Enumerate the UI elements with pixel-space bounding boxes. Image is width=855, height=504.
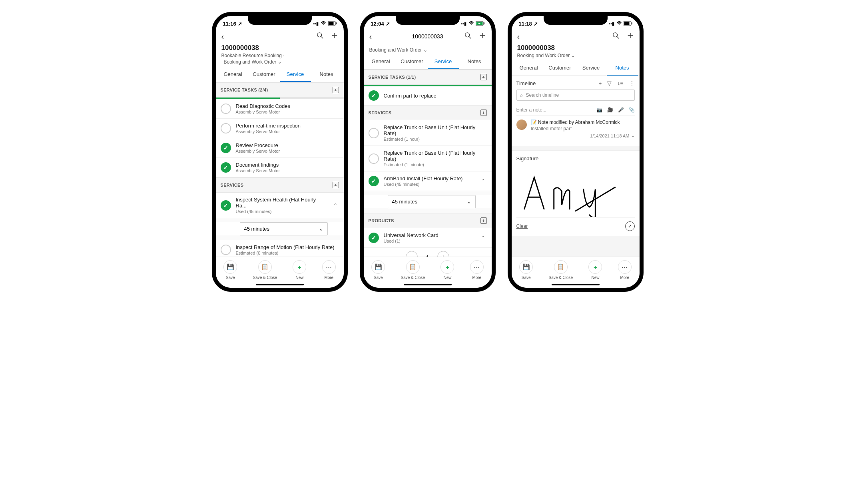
collapse-icon[interactable]: ⌃	[332, 201, 339, 210]
svg-line-4	[321, 37, 323, 39]
product-row[interactable]: Universal Network CardUsed (1) ⌃	[364, 228, 492, 248]
tab-notes[interactable]: Notes	[311, 67, 342, 82]
tab-customer[interactable]: Customer	[397, 54, 428, 69]
signature-clear-button[interactable]: Clear	[516, 223, 528, 229]
more-button[interactable]: ⋯More	[470, 260, 484, 280]
qty-increment[interactable]: +	[437, 251, 449, 257]
new-button[interactable]: +New	[588, 260, 602, 280]
add-task-button[interactable]: +	[480, 74, 487, 80]
task-check[interactable]	[221, 123, 231, 133]
service-check[interactable]	[369, 176, 379, 186]
content[interactable]: Timeline + ▽ ↓≡ ⋮ ⌕ Search timeline Ente…	[512, 76, 640, 257]
task-check[interactable]	[221, 104, 231, 114]
back-button[interactable]: ‹	[221, 32, 224, 41]
note-input[interactable]: Enter a note... 📷 🎥 🎤 📎	[516, 105, 635, 116]
save-close-button[interactable]: 📋Save & Close	[549, 260, 573, 280]
task-row[interactable]: Review ProcedureAssembly Servo Motor	[216, 138, 344, 158]
timeline-filter-icon[interactable]: ▽	[607, 80, 612, 86]
service-row[interactable]: Replace Trunk or Base Unit (Flat Hourly …	[364, 146, 492, 171]
task-row[interactable]: Document findingsAssembly Servo Motor	[216, 158, 344, 177]
save-button[interactable]: 💾Save	[223, 260, 237, 280]
breadcrumb-dropdown[interactable]: Booking and Work Order ⌄	[517, 53, 634, 58]
note-entry[interactable]: 📝 Note modified by Abraham McCormick Ins…	[516, 116, 635, 142]
service-sub: Used (45 minutes)	[236, 209, 327, 214]
service-row[interactable]: Replace Trunk or Base Unit (Flat Hourly …	[364, 120, 492, 146]
add-product-button[interactable]: +	[480, 217, 487, 224]
task-check[interactable]	[221, 143, 231, 153]
task-row[interactable]: Confirm part to replace	[364, 86, 492, 105]
save-button[interactable]: 💾Save	[371, 260, 385, 280]
back-button[interactable]: ‹	[517, 32, 520, 41]
task-check[interactable]	[221, 162, 231, 173]
tab-service[interactable]: Service	[280, 67, 311, 82]
battery-charging-icon	[476, 21, 484, 26]
service-row[interactable]: Inspect System Health (Flat Hourly Ra...…	[216, 193, 344, 218]
service-check[interactable]	[221, 245, 231, 255]
search-icon[interactable]	[317, 32, 324, 41]
product-check[interactable]	[369, 233, 379, 243]
service-row[interactable]: ArmBand Install (Flat Hourly Rate)Used (…	[364, 171, 492, 191]
more-button[interactable]: ⋯More	[618, 260, 632, 280]
timeline-add-icon[interactable]: +	[598, 80, 602, 86]
tab-service[interactable]: Service	[428, 54, 459, 69]
tab-notes[interactable]: Notes	[607, 61, 638, 76]
duration-select[interactable]: 45 minutes ⌄	[388, 195, 476, 208]
home-indicator[interactable]	[256, 284, 304, 285]
status-time: 12:04	[371, 21, 384, 27]
service-row[interactable]: Inspect Range of Motion (Flat Hourly Rat…	[216, 240, 344, 257]
breadcrumb-dropdown[interactable]: Booking and Work Order ⌄	[364, 45, 492, 54]
search-icon[interactable]	[464, 32, 472, 41]
tab-customer[interactable]: Customer	[249, 67, 280, 82]
qty-decrement[interactable]: −	[406, 251, 418, 257]
tab-general[interactable]: General	[513, 61, 544, 76]
timeline-sort-icon[interactable]: ↓≡	[617, 80, 623, 86]
tab-customer[interactable]: Customer	[544, 61, 576, 76]
home-indicator[interactable]	[552, 284, 600, 285]
home-indicator[interactable]	[404, 284, 452, 285]
status-time: 11:18	[519, 21, 532, 27]
add-icon[interactable]	[627, 32, 634, 41]
tab-notes[interactable]: Notes	[459, 54, 490, 69]
save-close-button[interactable]: 📋Save & Close	[253, 260, 277, 280]
add-service-button[interactable]: +	[480, 110, 487, 116]
mic-icon[interactable]: 🎤	[618, 107, 624, 113]
timeline-more-icon[interactable]: ⋮	[629, 80, 635, 86]
add-icon[interactable]	[331, 32, 338, 41]
nav-title: 1000000033	[412, 33, 443, 40]
tab-general[interactable]: General	[217, 67, 249, 82]
back-button[interactable]: ‹	[369, 32, 372, 41]
more-button[interactable]: ⋯More	[322, 260, 336, 280]
new-button[interactable]: +New	[440, 260, 454, 280]
search-icon[interactable]	[612, 32, 620, 41]
save-close-button[interactable]: 📋Save & Close	[401, 260, 425, 280]
breadcrumb-dropdown[interactable]: Booking and Work Order ⌄	[221, 59, 338, 65]
task-check[interactable]	[369, 90, 379, 101]
content[interactable]: SERVICE TASKS (2/4) + Read Diagnostic Co…	[216, 82, 344, 257]
more-label: More	[620, 275, 629, 280]
signature-canvas[interactable]	[516, 165, 635, 217]
content[interactable]: SERVICE TASKS (1/1) + Confirm part to re…	[364, 70, 492, 257]
task-row[interactable]: Perform real-time inspectionAssembly Ser…	[216, 119, 344, 138]
attach-icon[interactable]: 📎	[629, 107, 635, 113]
duration-select[interactable]: 45 minutes ⌄	[240, 222, 328, 235]
service-check[interactable]	[369, 128, 379, 138]
camera-icon[interactable]: 📷	[596, 107, 602, 113]
svg-line-18	[617, 37, 619, 39]
signature-confirm-button[interactable]: ✓	[625, 221, 635, 231]
video-icon[interactable]: 🎥	[607, 107, 613, 113]
add-icon[interactable]	[479, 32, 486, 41]
tab-general[interactable]: General	[365, 54, 397, 69]
svg-rect-15	[624, 22, 629, 25]
save-button[interactable]: 💾Save	[519, 260, 533, 280]
collapse-icon[interactable]: ⌃	[480, 233, 487, 242]
service-check[interactable]	[221, 200, 231, 211]
service-title: ArmBand Install (Flat Hourly Rate)	[384, 175, 475, 181]
add-service-button[interactable]: +	[333, 182, 339, 188]
search-timeline-input[interactable]: ⌕ Search timeline	[516, 90, 635, 101]
service-check[interactable]	[369, 153, 379, 164]
add-task-button[interactable]: +	[333, 87, 339, 93]
task-row[interactable]: Read Diagnostic CodesAssembly Servo Moto…	[216, 99, 344, 119]
tab-service[interactable]: Service	[576, 61, 607, 76]
collapse-icon[interactable]: ⌃	[480, 177, 487, 185]
new-button[interactable]: +New	[293, 260, 306, 280]
